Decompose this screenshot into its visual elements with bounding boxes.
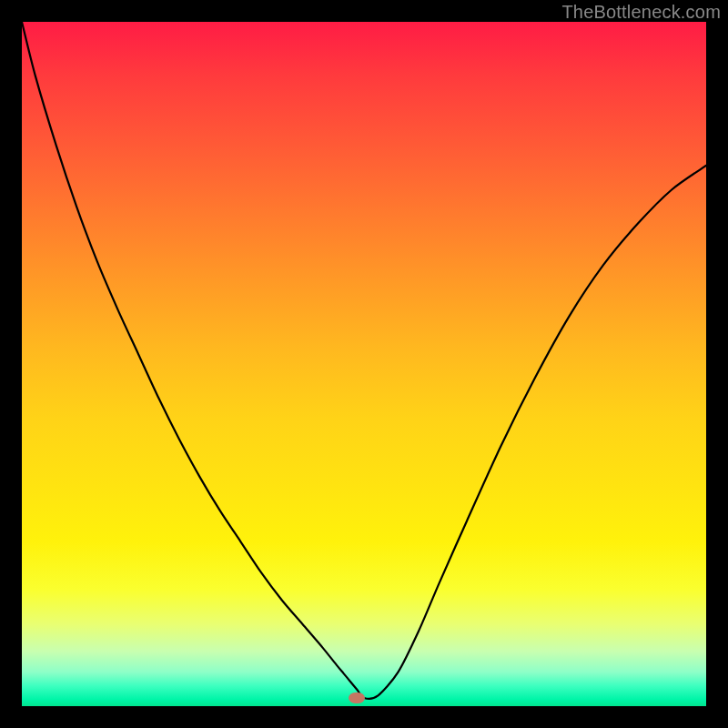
bottleneck-curve [22,22,706,706]
plot-area [22,22,706,706]
optimum-marker [349,693,365,703]
watermark-text: TheBottleneck.com [561,2,721,23]
chart-frame: TheBottleneck.com [0,0,728,728]
